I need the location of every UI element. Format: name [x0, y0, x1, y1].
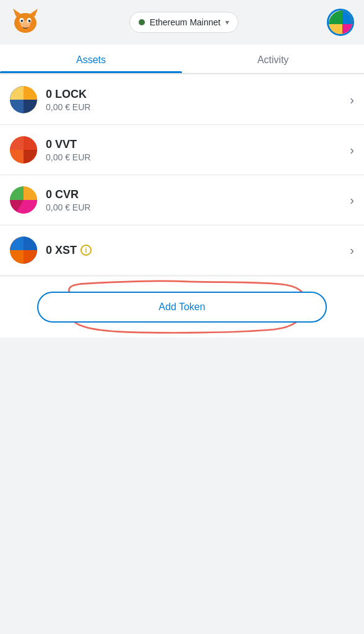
token-icon-xst: [10, 237, 37, 264]
network-status-dot: [139, 19, 145, 25]
account-avatar[interactable]: [327, 9, 354, 36]
token-icon-lock: [10, 86, 37, 113]
token-item-cvr[interactable]: 0 CVR 0,00 € EUR ›: [0, 175, 364, 225]
token-info-lock: 0 LOCK 0,00 € EUR: [46, 88, 345, 112]
token-balance-lock: 0 LOCK: [46, 88, 87, 101]
token-balance-vvt: 0 VVT: [46, 138, 77, 151]
chevron-down-icon: ▾: [225, 18, 229, 27]
token-value-cvr: 0,00 € EUR: [46, 202, 345, 212]
chevron-right-icon-cvr: ›: [350, 193, 354, 207]
token-item-vvt[interactable]: 0 VVT 0,00 € EUR ›: [0, 125, 364, 175]
metamask-logo[interactable]: [10, 6, 41, 39]
token-icon-vvt: [10, 136, 37, 163]
svg-point-11: [20, 20, 30, 28]
network-selector[interactable]: Ethereum Mainnet ▾: [129, 12, 238, 33]
token-info-vvt: 0 VVT 0,00 € EUR: [46, 138, 345, 162]
token-icon-cvr: [10, 186, 37, 214]
add-token-section: Add Token: [0, 277, 364, 337]
token-list: 0 LOCK 0,00 € EUR › 0 VVT 0,00 € EUR ›: [0, 75, 364, 276]
token-item-xst[interactable]: 0 XST i ›: [0, 225, 364, 276]
chevron-right-icon-vvt: ›: [350, 143, 354, 157]
info-icon-xst[interactable]: i: [80, 245, 92, 256]
token-item-lock[interactable]: 0 LOCK 0,00 € EUR ›: [0, 75, 364, 125]
add-token-button[interactable]: Add Token: [37, 292, 327, 323]
token-balance-xst: 0 XST: [46, 244, 77, 257]
tab-bar: Assets Activity: [0, 45, 364, 74]
token-info-cvr: 0 CVR 0,00 € EUR: [46, 188, 345, 212]
tab-assets[interactable]: Assets: [0, 45, 182, 73]
token-info-xst: 0 XST i: [46, 244, 345, 257]
token-value-lock: 0,00 € EUR: [46, 102, 345, 112]
chevron-right-icon-xst: ›: [350, 243, 354, 258]
network-name: Ethereum Mainnet: [150, 17, 220, 27]
add-token-wrapper: Add Token: [37, 292, 327, 323]
token-balance-cvr: 0 CVR: [46, 188, 79, 201]
chevron-right-icon-lock: ›: [350, 93, 354, 107]
tab-activity[interactable]: Activity: [182, 45, 364, 73]
app-header: Ethereum Mainnet ▾: [0, 0, 364, 45]
token-value-vvt: 0,00 € EUR: [46, 152, 345, 162]
